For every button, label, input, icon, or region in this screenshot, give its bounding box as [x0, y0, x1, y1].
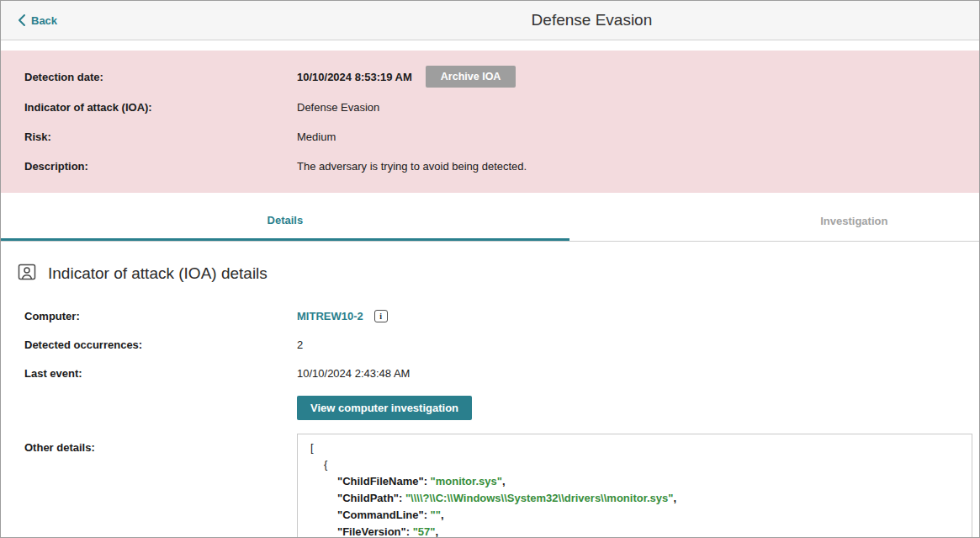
back-button[interactable]: Back — [18, 13, 57, 27]
json-line: "CommandLine": "", — [310, 507, 963, 524]
section-heading: Indicator of attack (IOA) details — [1, 262, 979, 285]
occurrences-label: Detected occurrences: — [24, 338, 297, 351]
tab-details[interactable]: Details — [1, 201, 569, 241]
top-bar: Back Defense Evasion — [1, 1, 979, 40]
ioa-value: Defense Evasion — [297, 101, 979, 114]
description-row: Description: The adversary is trying to … — [1, 156, 979, 176]
description-label: Description: — [24, 160, 297, 173]
risk-label: Risk: — [24, 131, 297, 143]
detection-banner: Detection date: 10/10/2024 8:53:19 AM Ar… — [1, 51, 979, 193]
back-label: Back — [31, 14, 57, 27]
user-card-icon — [17, 262, 37, 285]
archive-ioa-button[interactable]: Archive IOA — [426, 66, 516, 88]
other-details-label: Other details: — [24, 434, 297, 454]
tab-bar: Details Investigation — [1, 201, 979, 242]
details-heading: Indicator of attack (IOA) details — [48, 264, 268, 283]
detection-date-label: Detection date: — [24, 71, 297, 83]
ioa-label: Indicator of attack (IOA): — [24, 101, 297, 114]
computer-link[interactable]: MITREW10-2 — [297, 310, 363, 322]
last-event-value: 10/10/2024 2:43:48 AM — [297, 367, 979, 380]
ioa-row: Indicator of attack (IOA): Defense Evasi… — [1, 97, 979, 117]
json-open-bracket: [ — [310, 439, 963, 456]
risk-value: Medium — [297, 131, 979, 143]
json-open-brace: { — [310, 456, 963, 473]
chevron-left-icon — [18, 13, 26, 27]
other-details-json[interactable]: [ { "ChildFileName": "monitor.sys", "Chi… — [297, 434, 972, 538]
json-line: "ChildFileName": "monitor.sys", — [310, 473, 963, 490]
last-event-label: Last event: — [24, 367, 297, 380]
tab-investigation[interactable]: Investigation — [569, 201, 979, 241]
risk-row: Risk: Medium — [1, 126, 979, 146]
computer-row: Computer: MITREW10-2 — [1, 306, 979, 325]
info-icon[interactable] — [374, 310, 388, 322]
details-panel: Indicator of attack (IOA) details Comput… — [1, 242, 979, 538]
description-value: The adversary is trying to avoid being d… — [297, 160, 979, 173]
last-event-row: Last event: 10/10/2024 2:43:48 AM — [1, 364, 979, 382]
other-details-row: Other details: [ { "ChildFileName": "mon… — [1, 434, 979, 538]
view-computer-investigation-button[interactable]: View computer investigation — [297, 396, 472, 420]
json-line: "ChildPath": "\\\\?\\C:\\Windows\\System… — [310, 490, 963, 507]
detection-date-row: Detection date: 10/10/2024 8:53:19 AM Ar… — [1, 66, 979, 88]
occurrences-row: Detected occurrences: 2 — [1, 335, 979, 354]
json-line: "FileVersion": "57", — [310, 524, 963, 538]
detection-date-value: 10/10/2024 8:53:19 AM — [297, 71, 412, 83]
occurrences-value: 2 — [297, 338, 979, 351]
computer-label: Computer: — [24, 310, 297, 322]
page-title: Defense Evasion — [532, 11, 653, 29]
